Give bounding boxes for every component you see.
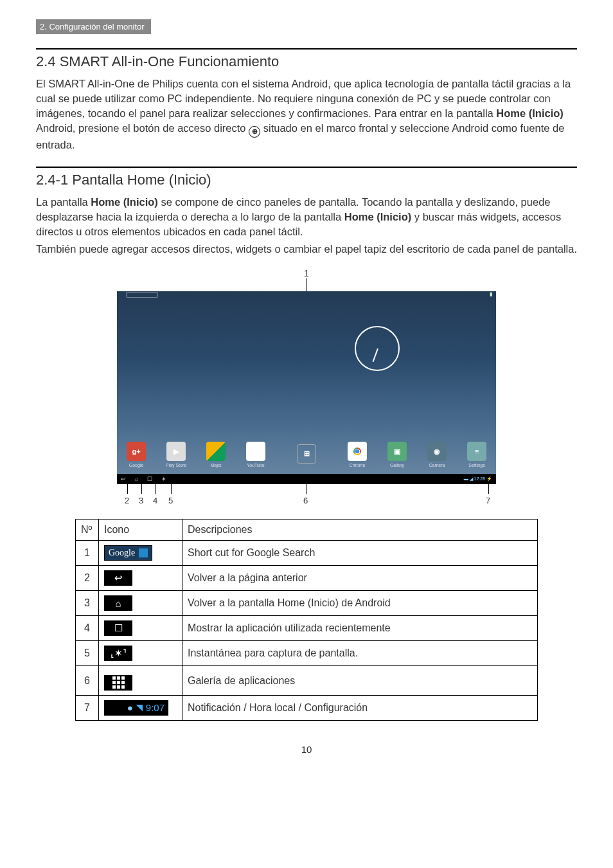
screenshot-icon: ⸤✶⸣ [104, 646, 132, 661]
home-screen-figure: 1 ▮ g+Google ▶Play Store Maps YouTubeYou… [117, 268, 496, 510]
row-num: 3 [76, 591, 99, 616]
row-num: 5 [76, 641, 99, 666]
callout-1: 1 [117, 268, 496, 291]
table-header-row: Nº Icono Descripciones [76, 520, 538, 541]
col-num: Nº [76, 520, 99, 541]
back-icon: ↩ [104, 570, 132, 586]
table-row: 5 ⸤✶⸣ Instantánea para captura de pantal… [76, 641, 538, 666]
app-settings[interactable]: ≡Settings [463, 442, 491, 467]
section-2-4-title: 2.4 SMART All-in-One Funcionamiento [36, 53, 577, 70]
bottom-callouts: 2 3 4 5 6 7 [117, 484, 496, 510]
callout-3: 3 [139, 496, 143, 505]
row-icon: ●9:07 [99, 695, 182, 720]
row-num: 2 [76, 566, 99, 591]
home-icon: ⌂ [104, 595, 132, 611]
rule [36, 48, 577, 50]
table-row: 6 Galería de aplicaciones [76, 666, 538, 696]
android-statusbar: ▮ [117, 291, 496, 300]
callout-5: 5 [168, 496, 173, 505]
row-desc: Short cut for Google Search [182, 541, 538, 566]
mic-icon [139, 548, 148, 557]
apps-grid-icon [104, 675, 132, 691]
all-apps-button[interactable]: ⊞ [292, 444, 321, 466]
nav-screenshot-icon[interactable]: ✶ [161, 476, 166, 482]
row-icon [99, 666, 182, 696]
row-desc: Volver a la pantalla Home (Inicio) de An… [182, 591, 538, 616]
wallpaper-area[interactable] [117, 300, 496, 435]
table-row: 4 ☐ Mostrar la aplicación utilizada reci… [76, 616, 538, 641]
nav-back-icon[interactable]: ↩ [121, 476, 126, 482]
app-camera[interactable]: ◉Camera [423, 442, 451, 467]
col-desc: Descripciones [182, 520, 538, 541]
callout-6: 6 [303, 496, 308, 505]
text: El SMART All-in-One de Philips cuenta co… [36, 78, 571, 119]
status-icons: ▮ [490, 291, 492, 300]
row-icon: ⌂ [99, 591, 182, 616]
row-desc: Notificación / Hora local / Configuració… [182, 695, 538, 720]
row-num: 1 [76, 541, 99, 566]
app-google[interactable]: g+Google [122, 442, 150, 467]
row-desc: Galería de aplicaciones [182, 666, 538, 696]
app-youtube[interactable]: YouTubeYouTube [242, 442, 270, 467]
text: La pantalla [36, 196, 91, 208]
row-desc: Mostrar la aplicación utilizada reciente… [182, 616, 538, 641]
google-search-pill[interactable] [126, 292, 158, 298]
table-row: 3 ⌂ Volver a la pantalla Home (Inicio) d… [76, 591, 538, 616]
home-bold: Home (Inicio) [344, 211, 412, 222]
col-icon: Icono [99, 520, 182, 541]
app-gallery[interactable]: ▣Gallery [383, 442, 411, 467]
table-row: 1 Google Short cut for Google Search [76, 541, 538, 566]
text: Android, presione el botón de acceso dir… [36, 122, 249, 134]
callout-2: 2 [125, 496, 129, 505]
nav-recent-icon[interactable]: ☐ [147, 476, 152, 482]
callout-7: 7 [486, 496, 490, 505]
page-number: 10 [36, 744, 577, 755]
nav-status-area[interactable]: ▬ ◢ 12:28 ⚡ [464, 476, 492, 482]
app-dock: g+Google ▶Play Store Maps YouTubeYouTube… [117, 435, 496, 474]
table-row: 7 ●9:07 Notificación / Hora local / Conf… [76, 695, 538, 720]
row-icon: Google [99, 541, 182, 566]
row-icon: ⸤✶⸣ [99, 641, 182, 666]
section-2-4-para: El SMART All-in-One de Philips cuenta co… [36, 77, 577, 152]
analog-clock-widget[interactable] [355, 326, 400, 371]
home-bold: Home (Inicio) [91, 196, 158, 208]
android-navbar: ↩ ⌂ ☐ ✶ ▬ ◢ 12:28 ⚡ [117, 474, 496, 484]
row-num: 6 [76, 666, 99, 696]
nav-home-icon[interactable]: ⌂ [135, 476, 138, 482]
google-search-icon: Google [104, 545, 152, 561]
status-area-icon: ●9:07 [104, 700, 168, 716]
section-2-4-1-title: 2.4-1 Pantalla Home (Inicio) [36, 172, 577, 188]
icon-description-table: Nº Icono Descripciones 1 Google Short cu… [75, 519, 538, 721]
recent-apps-icon: ☐ [104, 620, 132, 636]
row-desc: Volver a la página anterior [182, 566, 538, 591]
rule [36, 167, 577, 168]
chapter-tab: 2. Configuración del monitor [36, 19, 151, 34]
callout-4: 4 [153, 496, 157, 505]
input-source-icon: ⊕ [249, 126, 260, 138]
app-maps[interactable]: Maps [202, 442, 230, 467]
section-2-4-1-para1: La pantalla Home (Inicio) se compone de … [36, 195, 577, 239]
row-icon: ☐ [99, 616, 182, 641]
section-2-4-1-para2: También puede agregar accesos directos, … [36, 242, 577, 257]
row-desc: Instantánea para captura de pantalla. [182, 641, 538, 666]
row-num: 4 [76, 616, 99, 641]
row-icon: ↩ [99, 566, 182, 591]
callout-label: 1 [304, 268, 309, 278]
app-playstore[interactable]: ▶Play Store [162, 442, 190, 467]
table-row: 2 ↩ Volver a la página anterior [76, 566, 538, 591]
app-chrome[interactable]: Chrome [343, 442, 371, 467]
row-num: 7 [76, 695, 99, 720]
android-home-screenshot: ▮ g+Google ▶Play Store Maps YouTubeYouTu… [117, 291, 496, 484]
home-bold: Home (Inicio) [496, 107, 564, 119]
